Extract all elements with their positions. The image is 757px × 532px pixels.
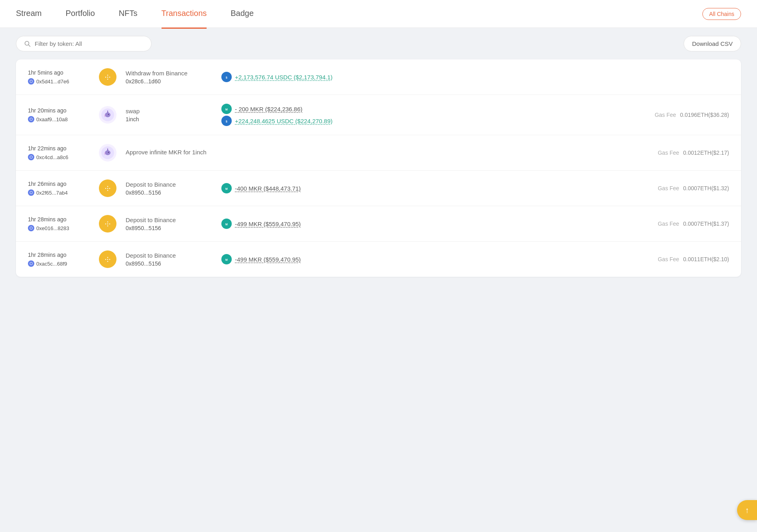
gas-fee: Gas Fee 0.0007ETH($1.37) (637, 221, 729, 227)
svg-text:M: M (225, 258, 228, 261)
mkr-token-icon: M (221, 104, 232, 114)
tab-badge[interactable]: Badge (231, 0, 254, 29)
tx-amount-col: M -499 MKR ($559,470.95) (221, 254, 629, 264)
svg-point-16 (105, 150, 110, 155)
binance-icon (99, 179, 116, 197)
tx-desc-col: swap 1inch (126, 108, 213, 122)
gas-fee-label: Gas Fee (658, 185, 679, 191)
eth-icon: ⬡ (28, 154, 34, 160)
download-csv-button[interactable]: Download CSV (684, 36, 741, 51)
tx-time: 1hr 22mins ago (28, 145, 90, 152)
protocol-icon-col (98, 179, 118, 197)
table-row[interactable]: 1hr 26mins ago ⬡ 0x2f65...7ab4 Deposit t… (16, 171, 741, 206)
eth-icon: ⬡ (28, 78, 34, 85)
tx-label: Deposit to Binance (126, 252, 213, 259)
amount-text: -499 MKR ($559,470.95) (235, 256, 301, 263)
amount-row: M - 200 MKR ($224,236.86) (221, 104, 629, 114)
filter-bar: Download CSV (0, 28, 757, 59)
tx-hash-text: 0x2f65...7ab4 (36, 190, 68, 196)
tx-address: 0x8950...5156 (126, 189, 213, 196)
transactions-table: 1hr 5mins ago ⬡ 0x5d41...d7e6 Withdraw f… (16, 59, 741, 277)
gas-fee-value: 0.0012ETH($2.17) (683, 150, 729, 156)
amount-text: - 200 MKR ($224,236.86) (235, 106, 302, 112)
gas-fee-label: Gas Fee (658, 221, 679, 227)
tx-hash[interactable]: ⬡ 0xac5c...68f9 (28, 260, 90, 267)
svg-text:M: M (225, 187, 228, 190)
tx-hash[interactable]: ⬡ 0xc4cd...a8c6 (28, 154, 90, 160)
svg-text:M: M (225, 223, 228, 226)
oneinch-icon (99, 144, 116, 162)
binance-icon (99, 68, 116, 86)
tx-time: 1hr 28mins ago (28, 252, 90, 258)
tx-hash[interactable]: ⬡ 0xe016...8283 (28, 225, 90, 231)
tx-hash-text: 0xac5c...68f9 (36, 261, 67, 267)
tab-stream[interactable]: Stream (16, 0, 41, 29)
gas-fee-label: Gas Fee (658, 256, 679, 262)
tx-desc-col: Withdraw from Binance 0x28c6...1d60 (126, 70, 213, 85)
search-input[interactable] (35, 40, 143, 47)
tx-hash-text: 0xc4cd...a8c6 (36, 154, 68, 160)
amount-text: +2,173,576.74 USDC ($2,173,794.1) (235, 74, 333, 81)
amount-row: M -499 MKR ($559,470.95) (221, 254, 629, 264)
gas-fee-label: Gas Fee (654, 112, 676, 118)
search-icon (24, 41, 31, 47)
mkr-token-icon: M (221, 219, 232, 229)
tx-label: Approve infinite MKR for 1inch (126, 149, 213, 156)
gas-fee-value: 0.0007ETH($1.37) (683, 221, 729, 227)
nav-right: All Chains (702, 8, 741, 20)
protocol-icon-col (98, 106, 118, 124)
amount-text: -400 MKR ($448,473.71) (235, 185, 301, 192)
protocol-icon-col (98, 215, 118, 233)
tx-hash[interactable]: ⬡ 0x2f65...7ab4 (28, 189, 90, 196)
tx-desc-col: Deposit to Binance 0x8950...5156 (126, 252, 213, 267)
svg-line-1 (29, 45, 30, 46)
tx-time-col: 1hr 28mins ago ⬡ 0xac5c...68f9 (28, 252, 90, 267)
svg-point-8 (108, 114, 109, 115)
amount-row: M -400 MKR ($448,473.71) (221, 183, 629, 193)
svg-text:M: M (225, 108, 228, 111)
tx-time-col: 1hr 28mins ago ⬡ 0xe016...8283 (28, 216, 90, 231)
tab-portfolio[interactable]: Portfolio (65, 0, 95, 29)
protocol-icon-col (98, 68, 118, 86)
gas-fee-value: 0.0007ETH($1.32) (683, 185, 729, 191)
all-chains-button[interactable]: All Chains (702, 8, 741, 20)
protocol-icon-col (98, 144, 118, 162)
tx-amount-col: M -499 MKR ($559,470.95) (221, 219, 629, 229)
gas-fee: Gas Fee 0.0011ETH($2.10) (637, 256, 729, 262)
gas-fee-value: 0.0196ETH($36.28) (680, 112, 729, 118)
binance-icon (99, 215, 116, 233)
tx-desc-col: Deposit to Binance 0x8950...5156 (126, 181, 213, 196)
tx-time-col: 1hr 26mins ago ⬡ 0x2f65...7ab4 (28, 181, 90, 196)
tx-hash-text: 0xe016...8283 (36, 225, 69, 231)
eth-icon: ⬡ (28, 189, 34, 196)
gas-fee: Gas Fee 0.0012ETH($2.17) (637, 150, 729, 156)
binance-icon (99, 250, 116, 268)
gas-fee-label: Gas Fee (658, 150, 679, 156)
tx-time: 1hr 28mins ago (28, 216, 90, 223)
tx-time: 1hr 5mins ago (28, 69, 90, 76)
tx-hash[interactable]: ⬡ 0xaaf9...10a8 (28, 116, 90, 122)
tx-label: Withdraw from Binance (126, 70, 213, 77)
amount-row: M -499 MKR ($559,470.95) (221, 219, 629, 229)
table-row[interactable]: 1hr 20mins ago ⬡ 0xaaf9...10a8 (16, 95, 741, 135)
tab-nfts[interactable]: NFTs (119, 0, 138, 29)
gas-fee: Gas Fee 0.0007ETH($1.32) (637, 185, 729, 191)
tx-desc-col: Deposit to Binance 0x8950...5156 (126, 217, 213, 231)
svg-point-17 (108, 152, 109, 153)
tx-time: 1hr 26mins ago (28, 181, 90, 187)
svg-text:$: $ (226, 120, 227, 123)
table-row[interactable]: 1hr 28mins ago ⬡ 0xe016...8283 Deposit t… (16, 206, 741, 242)
tx-address: 0x8950...5156 (126, 225, 213, 231)
amount-text: +224,248.4625 USDC ($224,270.89) (235, 118, 333, 124)
tx-label: Deposit to Binance (126, 181, 213, 188)
oneinch-icon (99, 106, 116, 124)
table-row[interactable]: 1hr 5mins ago ⬡ 0x5d41...d7e6 Withdraw f… (16, 59, 741, 95)
tx-address: 1inch (126, 116, 213, 122)
eth-icon: ⬡ (28, 225, 34, 231)
table-row[interactable]: 1hr 28mins ago ⬡ 0xac5c...68f9 Deposit t… (16, 242, 741, 277)
table-row[interactable]: 1hr 22mins ago ⬡ 0xc4cd...a8c6 (16, 135, 741, 171)
tab-transactions[interactable]: Transactions (162, 0, 207, 29)
mkr-token-icon: M (221, 183, 232, 193)
tx-hash[interactable]: ⬡ 0x5d41...d7e6 (28, 78, 90, 85)
gas-fee: Gas Fee 0.0196ETH($36.28) (637, 112, 729, 118)
